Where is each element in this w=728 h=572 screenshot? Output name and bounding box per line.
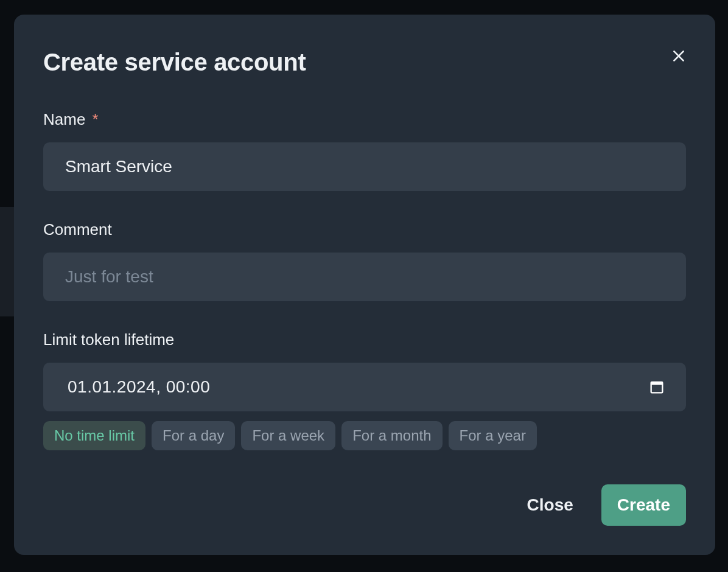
modal-footer: Close Create	[43, 484, 686, 526]
close-icon-button[interactable]	[667, 44, 691, 68]
lifetime-preset-week[interactable]: For a week	[241, 421, 335, 450]
name-field-group: Name *	[43, 110, 686, 191]
lifetime-preset-year[interactable]: For a year	[449, 421, 537, 450]
modal-header: Create service account	[43, 49, 686, 76]
create-service-account-modal: Create service account Name * Comment Li…	[14, 15, 715, 555]
lifetime-datetime-value: 01.01.2024, 00:00	[68, 377, 210, 397]
comment-label: Comment	[43, 220, 686, 239]
create-button[interactable]: Create	[601, 484, 686, 526]
close-button[interactable]: Close	[523, 489, 577, 521]
lifetime-preset-day[interactable]: For a day	[152, 421, 235, 450]
lifetime-label: Limit token lifetime	[43, 330, 686, 349]
lifetime-field-group: Limit token lifetime 01.01.2024, 00:00 N…	[43, 330, 686, 450]
name-input[interactable]	[43, 142, 686, 191]
lifetime-preset-no-limit[interactable]: No time limit	[43, 421, 145, 450]
close-icon	[671, 48, 687, 64]
name-label: Name *	[43, 110, 686, 129]
comment-input[interactable]	[43, 253, 686, 301]
required-marker: *	[93, 110, 99, 128]
name-label-text: Name	[43, 110, 85, 128]
lifetime-preset-row: No time limit For a day For a week For a…	[43, 421, 686, 450]
comment-field-group: Comment	[43, 220, 686, 301]
calendar-icon	[648, 378, 665, 396]
modal-title: Create service account	[43, 49, 306, 76]
lifetime-preset-month[interactable]: For a month	[341, 421, 442, 450]
calendar-picker-button[interactable]	[645, 375, 669, 399]
lifetime-datetime-input[interactable]: 01.01.2024, 00:00	[43, 363, 686, 411]
